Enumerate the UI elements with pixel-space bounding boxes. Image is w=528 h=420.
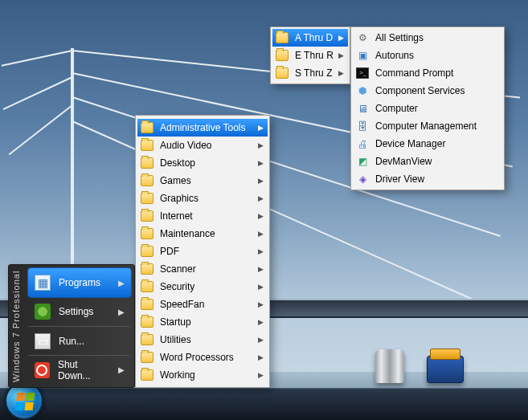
admin-tool-item[interactable]: Computer Management (353, 117, 502, 135)
folder-icon (141, 352, 153, 363)
admin-group-item[interactable]: E Thru R▶ (272, 47, 348, 64)
programs-item-label: Administrative Tools (160, 122, 246, 133)
wallpaper-cable (9, 104, 73, 155)
chevron-right-icon: ▶ (258, 230, 264, 238)
gear-icon (356, 31, 369, 44)
programs-item[interactable]: Audio Video▶ (137, 137, 268, 154)
chevron-right-icon: ▶ (258, 353, 264, 361)
programs-item-label: Working (160, 369, 195, 381)
programs-icon: ▦ (35, 275, 51, 291)
admin-group-item[interactable]: S Thru Z▶ (272, 64, 348, 82)
folder-icon (141, 299, 153, 310)
programs-item[interactable]: Startup▶ (137, 313, 268, 331)
programs-item[interactable]: Internet▶ (137, 207, 268, 225)
chevron-right-icon: ▶ (258, 300, 264, 308)
chevron-right-icon: ▶ (338, 51, 344, 59)
admin-tool-item[interactable]: Autoruns (353, 47, 502, 64)
programs-item-label: Security (160, 281, 194, 292)
folder-icon (141, 210, 153, 222)
folder-icon (276, 67, 289, 79)
start-item-settings[interactable]: Settings ▶ (28, 297, 131, 326)
programs-item[interactable]: Utilities▶ (137, 331, 268, 349)
chevron-right-icon: ▶ (258, 371, 264, 379)
start-item-label: Run... (59, 336, 84, 347)
chevron-right-icon: ▶ (118, 279, 125, 287)
admin-tool-item[interactable]: Computer (353, 100, 502, 117)
programs-item[interactable]: SpeedFan▶ (137, 296, 268, 313)
cmd-icon (356, 67, 369, 79)
programs-item-label: Internet (160, 210, 193, 222)
programs-item-label: Audio Video (160, 140, 212, 151)
programs-item[interactable]: Games▶ (137, 172, 268, 190)
admin-tool-label: Autoruns (375, 50, 414, 61)
admin-tool-label: Device Manager (375, 138, 445, 149)
admin-a-thru-d-submenu: All SettingsAutorunsCommand PromptCompon… (350, 27, 505, 190)
start-item-programs[interactable]: ▦ Programs ▶ (28, 268, 131, 297)
folder-icon (141, 316, 153, 328)
admin-tool-item[interactable]: All Settings (353, 29, 502, 47)
programs-item-label: SpeedFan (160, 299, 204, 310)
programs-item[interactable]: Word Processors▶ (137, 349, 268, 366)
admin-tools-groups-submenu: A Thru D▶E Thru R▶S Thru Z▶ (270, 27, 350, 84)
start-item-label: Shut Down... (58, 359, 110, 381)
programs-item[interactable]: Graphics▶ (137, 190, 268, 207)
run-icon: ▭ (35, 333, 51, 349)
computer-icon (356, 102, 369, 115)
start-menu: Windows 7 Professional ▦ Programs ▶ Sett… (8, 264, 135, 388)
admin-tool-item[interactable]: Component Services (353, 82, 502, 100)
chevron-right-icon: ▶ (258, 318, 264, 326)
taskbar (0, 388, 528, 420)
admin-tool-item[interactable]: Driver View (353, 170, 502, 188)
computer-management-icon (356, 120, 369, 133)
chevron-right-icon: ▶ (258, 265, 264, 273)
folder-icon (141, 263, 153, 275)
admin-tool-label: Driver View (375, 173, 424, 185)
programs-item[interactable]: Administrative Tools▶ (137, 119, 268, 137)
desktop-dock (375, 349, 464, 383)
folder-icon (141, 157, 153, 169)
chevron-right-icon: ▶ (258, 141, 264, 149)
folder-icon (141, 193, 153, 204)
start-item-label: Programs (59, 277, 100, 288)
admin-tool-item[interactable]: Device Manager (353, 135, 502, 153)
programs-item[interactable]: PDF▶ (137, 243, 268, 260)
component-services-icon (356, 84, 369, 97)
wallpaper-cable (2, 76, 72, 110)
start-item-run[interactable]: ▭ Run... (28, 326, 131, 355)
folder-icon (276, 50, 289, 61)
admin-group-item[interactable]: A Thru D▶ (272, 29, 348, 47)
chevron-right-icon: ▶ (258, 124, 264, 132)
admin-group-label: S Thru Z (295, 67, 332, 79)
start-item-shutdown[interactable]: Shut Down... ▶ (28, 355, 131, 384)
settings-icon (35, 304, 51, 320)
admin-tool-item[interactable]: DevManView (353, 153, 502, 170)
admin-group-label: E Thru R (295, 50, 334, 61)
admin-tool-item[interactable]: Command Prompt (353, 64, 502, 82)
chevron-right-icon: ▶ (258, 159, 264, 167)
recycle-bin-icon[interactable] (375, 349, 404, 383)
programs-submenu: Administrative Tools▶Audio Video▶Desktop… (135, 115, 270, 388)
admin-tool-label: Computer Management (375, 120, 477, 132)
programs-item-label: Word Processors (160, 352, 234, 363)
chevron-right-icon: ▶ (338, 69, 344, 77)
programs-item[interactable]: Scanner▶ (137, 260, 268, 278)
toolbox-icon[interactable] (427, 356, 464, 383)
admin-tool-label: DevManView (375, 156, 432, 167)
programs-item-label: PDF (160, 246, 179, 257)
folder-icon (141, 140, 153, 151)
programs-item-label: Utilities (160, 334, 191, 345)
folder-icon (141, 122, 153, 133)
os-brand-label: Windows 7 Professional (11, 270, 26, 382)
admin-tool-label: All Settings (375, 32, 424, 43)
programs-item[interactable]: Desktop▶ (137, 154, 268, 172)
programs-item[interactable]: Security▶ (137, 278, 268, 296)
folder-icon (141, 175, 153, 186)
autoruns-icon (356, 49, 369, 62)
chevron-right-icon: ▶ (258, 177, 264, 185)
admin-tool-label: Component Services (375, 85, 465, 96)
folder-icon (141, 246, 153, 257)
programs-item[interactable]: Maintenance▶ (137, 225, 268, 243)
programs-item[interactable]: Working▶ (137, 366, 268, 384)
chevron-right-icon: ▶ (118, 365, 125, 374)
folder-icon (141, 281, 153, 292)
